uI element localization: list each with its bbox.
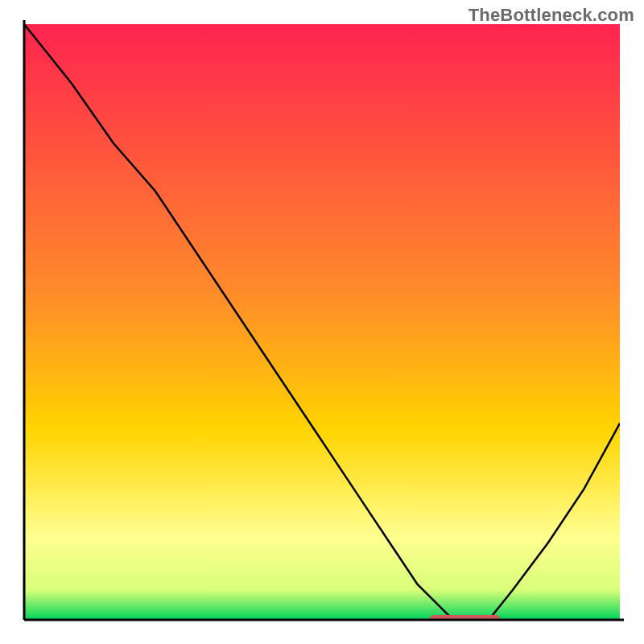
chart-stage: TheBottleneck.com: [0, 0, 644, 644]
chart-svg: [0, 0, 644, 644]
plot-background: [24, 24, 620, 620]
watermark-text: TheBottleneck.com: [469, 5, 634, 26]
